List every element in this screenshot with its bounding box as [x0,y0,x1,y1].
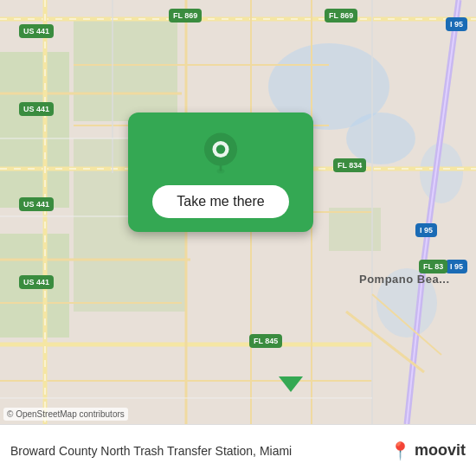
road-badge-fl845: FL 845 [249,334,282,348]
take-me-there-button[interactable]: Take me there [152,185,288,218]
road-badge-i95-2: I 95 [415,223,437,237]
city-label-pompano: Pompano Bea... [359,273,450,286]
bottom-bar: Broward County North Trash Transfer Stat… [0,424,476,476]
moovit-logo-text: moovit [415,441,466,460]
road-badge-i95-3: I 95 [446,260,467,273]
moovit-pin-icon: 📍 [389,441,411,461]
road-badge-us441-2: US 441 [19,102,54,116]
svg-rect-9 [329,208,381,251]
road-badge-fl869b: FL 869 [325,9,357,23]
popup-card: Take me there [128,113,313,232]
road-badge-fl869a: FL 869 [169,9,202,23]
road-badge-us441-4: US 441 [19,275,54,289]
svg-rect-3 [74,17,177,121]
svg-point-6 [346,113,415,164]
location-text: Broward County North Trash Transfer Stat… [10,444,389,458]
road-badge-i95-1: I 95 [446,17,467,31]
popup-tail [279,376,303,392]
road-badge-us441-1: US 441 [19,24,54,38]
svg-rect-1 [0,52,69,208]
road-badge-fl834: FL 834 [333,158,366,172]
moovit-logo: 📍 moovit [389,441,466,461]
location-pin-icon [198,130,243,175]
road-badge-us441-3: US 441 [19,197,54,211]
osm-attribution: © OpenStreetMap contributors [3,408,128,421]
map-container: US 441 US 441 US 441 US 441 FL 869 FL 86… [0,0,476,424]
svg-point-40 [216,145,225,153]
road-badge-fl83: FL 83 [419,260,447,273]
